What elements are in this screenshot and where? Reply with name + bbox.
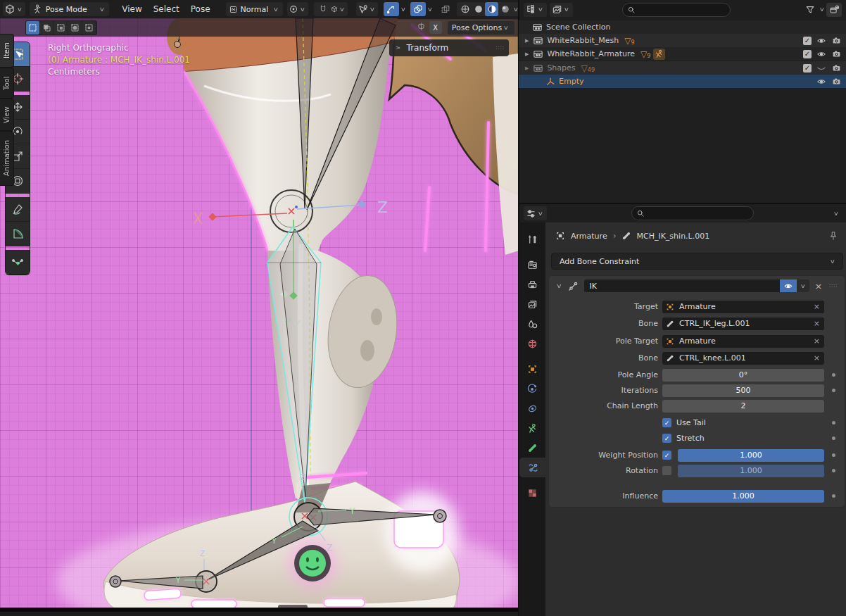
select-mode-subtract[interactable] [54, 21, 68, 34]
stretch-checkbox[interactable]: ✓ [662, 434, 671, 443]
properties-options-dropdown[interactable]: ∨ [831, 210, 842, 217]
use-tail-checkbox[interactable]: ✓ [662, 418, 671, 427]
object-type-visibility-dropdown[interactable]: ∨ [356, 2, 378, 16]
iterations-input[interactable]: 500 [662, 384, 824, 397]
tool-measure[interactable] [6, 222, 30, 246]
rotation-slider[interactable]: 1.000 [678, 465, 824, 477]
exclude-checkbox[interactable]: ✓ [803, 50, 812, 58]
add-bone-constraint-button[interactable]: Add Bone Constraint ∨ [551, 253, 843, 270]
pole-bone-field[interactable]: CTRL_knee.L.001 × [662, 352, 824, 365]
clear-pole-target-button[interactable]: × [814, 337, 820, 346]
shading-material-button[interactable] [485, 2, 498, 16]
show-gizmo-toggle[interactable] [384, 2, 399, 16]
outliner-row-shapes[interactable]: ▶ Shapes ▽ 49 ✓ [519, 61, 846, 75]
shading-solid-button[interactable] [472, 2, 485, 16]
mode-dropdown[interactable]: Pose Mode ∨ [30, 2, 109, 16]
tab-texture[interactable] [519, 483, 545, 503]
outliner-editor-type-button[interactable]: ∨ [524, 3, 547, 17]
tab-object[interactable] [519, 359, 545, 379]
tab-tool[interactable] [519, 230, 545, 249]
disable-render-camera-icon[interactable] [831, 49, 842, 58]
expand-arrow[interactable]: ▶ [525, 51, 529, 57]
panel-collapse-arrow[interactable]: ∨ [553, 282, 565, 289]
pole-target-field[interactable]: Armature × [662, 335, 824, 348]
tab-bone-constraints[interactable] [519, 458, 546, 477]
clear-target-button[interactable]: × [814, 302, 820, 311]
pole-angle-input[interactable]: 0° [662, 369, 824, 382]
pin-icon[interactable] [828, 231, 838, 241]
tab-bone[interactable] [519, 438, 545, 458]
outliner-display-mode-dropdown[interactable]: ∨ [550, 3, 573, 17]
constraint-name-field[interactable]: IK [584, 279, 780, 292]
tab-scene[interactable] [519, 314, 545, 334]
animate-decorator[interactable] [832, 453, 835, 457]
sidebar-tab-item[interactable]: Item [0, 34, 14, 68]
properties-editor-type-button[interactable]: ∨ [524, 206, 547, 220]
hide-eye-icon[interactable] [816, 77, 827, 87]
mirror-x-toggle[interactable]: X [429, 21, 442, 34]
sidebar-tab-animation[interactable]: Animation [0, 131, 14, 186]
menu-view[interactable]: View [116, 0, 147, 18]
viewport-canvas[interactable]: X Z Y Y [0, 18, 519, 612]
select-mode-new[interactable] [26, 21, 39, 34]
tool-annotate[interactable] [6, 197, 30, 222]
outliner-row-whiterabbit-mesh[interactable]: ▶ WhiteRabbit_Mesh ▽ 9 ✓ [519, 34, 846, 47]
disable-render-camera-icon[interactable] [831, 77, 842, 86]
clear-pole-bone-button[interactable]: × [814, 353, 820, 363]
constraint-delete-button[interactable]: × [815, 281, 823, 291]
xray-toggle[interactable] [438, 2, 453, 16]
tab-view-layer[interactable] [519, 294, 545, 314]
constraint-grip[interactable]: ∷∷ [830, 283, 838, 289]
outliner-row-empty[interactable]: Empty [519, 75, 846, 88]
new-collection-button[interactable] [826, 3, 842, 17]
influence-slider[interactable]: 1.000 [662, 490, 824, 503]
menu-select[interactable]: Select [148, 0, 185, 18]
properties-search-input[interactable] [631, 206, 754, 220]
chain-length-input[interactable]: 2 [662, 400, 824, 413]
transform-orientation-dropdown[interactable]: Normal ∨ [226, 2, 283, 16]
outliner-search-input[interactable] [622, 3, 731, 17]
tab-world[interactable] [519, 334, 545, 353]
disable-render-camera-icon[interactable] [831, 63, 842, 73]
expand-arrow[interactable]: ▶ [525, 65, 529, 71]
target-field[interactable]: Armature × [662, 301, 824, 313]
toe-control-ball[interactable] [110, 576, 121, 587]
menu-pose[interactable]: Pose [185, 0, 216, 18]
tab-physics[interactable] [519, 379, 545, 398]
transform-panel-header[interactable]: ∨ Transform ∷∷ [389, 39, 509, 56]
weight-position-slider[interactable]: 1.000 [678, 449, 824, 462]
heel-control-ball[interactable] [434, 510, 446, 522]
bone-field[interactable]: CTRL_IK_leg.L.001 × [662, 318, 824, 330]
breadcrumb-object[interactable]: Armature [571, 232, 607, 241]
hide-eye-icon[interactable] [816, 49, 827, 59]
exclude-checkbox[interactable]: ✓ [803, 64, 812, 73]
tool-pose-breakdowner[interactable] [6, 250, 30, 275]
clear-bone-button[interactable]: × [814, 319, 820, 328]
animate-decorator[interactable] [832, 436, 835, 440]
animate-decorator[interactable] [832, 469, 835, 472]
exclude-checkbox[interactable]: ✓ [803, 37, 812, 45]
show-overlays-toggle[interactable] [410, 2, 426, 16]
select-mode-invert[interactable] [68, 21, 82, 34]
tab-object-data-armature[interactable] [519, 418, 545, 438]
animate-decorator[interactable] [832, 494, 835, 498]
constraint-extras-dropdown[interactable]: ∨ [797, 279, 809, 292]
snap-magnet-toggle[interactable] [315, 2, 331, 16]
pose-options-dropdown[interactable]: Pose Options ∨ [448, 21, 514, 34]
constraint-enable-eye-toggle[interactable] [780, 279, 797, 292]
tab-render[interactable] [519, 255, 545, 275]
animate-decorator[interactable] [832, 389, 835, 392]
weight-position-checkbox[interactable]: ✓ [662, 451, 671, 460]
tab-object-constraints[interactable] [519, 398, 545, 418]
expand-arrow[interactable]: ▶ [525, 38, 529, 44]
snap-target-dropdown[interactable]: ∨ [331, 2, 346, 16]
select-mode-extend[interactable] [40, 21, 53, 34]
outliner-row-whiterabbit-armature[interactable]: ▶ WhiteRabbit_Armature ▽ 9 ✓ [519, 47, 846, 61]
hide-eye-icon[interactable] [816, 36, 827, 46]
sidebar-tab-view[interactable]: View [0, 99, 14, 131]
disable-render-camera-icon[interactable] [831, 36, 842, 45]
editor-type-button[interactable]: ∨ [3, 2, 25, 16]
hide-eye-closed-icon[interactable] [816, 63, 827, 73]
outliner-row-scene-collection[interactable]: Scene Collection [519, 20, 846, 34]
rotation-checkbox[interactable] [662, 466, 671, 475]
